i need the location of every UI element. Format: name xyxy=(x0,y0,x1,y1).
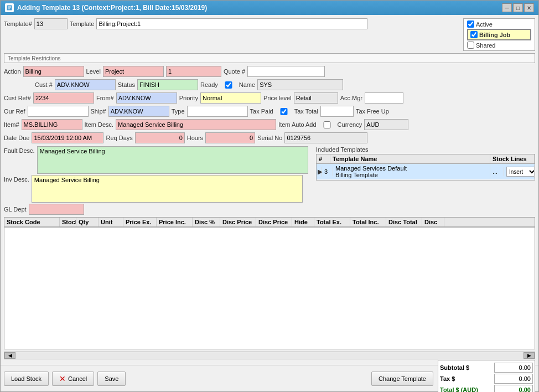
our-ref-input[interactable] xyxy=(28,106,89,117)
hours-input[interactable] xyxy=(205,132,255,143)
subtotal-row: Subtotal $ xyxy=(440,362,533,373)
tax-label: Tax $ xyxy=(440,375,490,382)
tax-free-label: Tax Free Up xyxy=(356,108,389,115)
level-num-input[interactable] xyxy=(166,66,221,77)
item-desc-input[interactable] xyxy=(116,119,276,130)
inc-insert-select[interactable]: Insert xyxy=(506,167,535,177)
stock-col-qty: Qty xyxy=(76,218,99,226)
billing-job-checkbox[interactable] xyxy=(470,31,478,38)
tax-total-input[interactable] xyxy=(320,106,354,117)
item-label: Item# xyxy=(4,121,19,128)
currency-input[interactable] xyxy=(364,119,408,130)
serial-no-input[interactable] xyxy=(284,132,367,143)
tax-total-label: Tax Total xyxy=(294,108,318,115)
load-stock-button[interactable]: Load Stock xyxy=(4,372,49,386)
req-days-input[interactable] xyxy=(135,132,185,143)
date-row: Date Due Req Days Hours Serial No xyxy=(4,132,535,144)
cust-hash-input[interactable] xyxy=(55,79,116,90)
gl-dept-label: GL Dept xyxy=(4,206,27,213)
inc-cell-num: 3 xyxy=(322,167,333,176)
acc-mgr-input[interactable] xyxy=(365,92,403,104)
cust-ref-row: Cust # Status Ready Name xyxy=(4,79,535,91)
quote-label: Quote # xyxy=(224,68,245,75)
maximize-button[interactable]: □ xyxy=(513,3,523,12)
gl-dept-input[interactable] xyxy=(29,204,84,215)
level-input[interactable] xyxy=(103,66,164,77)
cancel-button[interactable]: ✕ Cancel xyxy=(52,372,94,386)
app-icon xyxy=(5,3,14,12)
inc-col-stocklines: Stock Lines xyxy=(490,154,535,163)
window-controls: ─ □ ✕ xyxy=(502,3,534,12)
inc-col-name: Template Name xyxy=(330,154,490,163)
minimize-button[interactable]: ─ xyxy=(502,3,512,12)
serial-no-label: Serial No xyxy=(257,135,282,141)
price-level-label: Price level xyxy=(263,95,292,101)
total-value[interactable] xyxy=(494,385,533,393)
active-checkbox[interactable] xyxy=(467,20,474,28)
inv-desc-textarea[interactable]: Managed Service Billing xyxy=(32,175,303,203)
name-label: Name xyxy=(239,81,255,88)
our-ref-label: Our Ref xyxy=(4,108,25,115)
bottom-bar: Load Stock ✕ Cancel Save Change Template… xyxy=(1,365,538,391)
shared-label: Shared xyxy=(476,42,495,49)
title-bar: Adding Template 13 (Context:Project:1, B… xyxy=(1,1,538,15)
save-button[interactable]: Save xyxy=(97,372,126,386)
tax-paid-label: Tax Paid xyxy=(250,108,273,115)
tax-row: Tax $ xyxy=(440,373,533,384)
change-template-button[interactable]: Change Template xyxy=(371,372,433,386)
status-input[interactable] xyxy=(137,79,198,90)
ready-checkbox[interactable] xyxy=(220,81,237,89)
action-input[interactable] xyxy=(23,66,84,77)
quote-input[interactable] xyxy=(247,66,325,77)
scroll-right-btn[interactable]: ▶ xyxy=(524,352,535,359)
subtotal-label: Subtotal $ xyxy=(440,364,490,371)
stock-col-total-inc: Total Inc. xyxy=(350,218,386,226)
inc-cell-name: Managed Services DefaultBilling Template xyxy=(333,164,490,179)
inc-cell-dots[interactable]: ... xyxy=(490,167,504,176)
type-input[interactable] xyxy=(187,106,248,117)
ready-label: Ready xyxy=(200,81,218,88)
fault-desc-textarea[interactable]: Managed Service Billing xyxy=(37,146,308,174)
date-due-label: Date Due xyxy=(4,135,29,141)
stock-col-code: Stock Code xyxy=(4,218,60,226)
from-label: From# xyxy=(96,95,114,101)
item-auto-add-checkbox[interactable] xyxy=(319,121,335,128)
billing-job-label: Billing Job xyxy=(479,32,510,38)
cancel-label: Cancel xyxy=(68,375,87,382)
template-number-input[interactable] xyxy=(34,18,68,29)
item-input[interactable] xyxy=(22,119,82,130)
stock-table: Stock Code Stock Qty Unit Price Ex. Pric… xyxy=(4,217,535,228)
form-content: Template# Template Active Billing Job xyxy=(1,15,538,365)
name-input[interactable] xyxy=(257,79,343,90)
tax-paid-checkbox[interactable] xyxy=(276,108,292,115)
inc-row-1: ▶ 3 Managed Services DefaultBilling Temp… xyxy=(317,164,535,180)
ship-input[interactable] xyxy=(108,106,169,117)
cust-hash-label: Cust # xyxy=(35,81,53,88)
fault-section: Fault Desc. Managed Service Billing Inv … xyxy=(4,146,535,215)
tax-value[interactable] xyxy=(494,374,533,384)
price-level-input[interactable] xyxy=(294,92,338,104)
horizontal-scrollbar[interactable]: ◀ ▶ xyxy=(4,352,535,359)
shared-checkbox[interactable] xyxy=(467,42,474,49)
priority-input[interactable] xyxy=(200,92,261,104)
action-row: Action Level Quote # xyxy=(4,65,535,78)
template-name-input[interactable] xyxy=(96,18,367,29)
currency-label: Currency xyxy=(338,121,362,128)
cust-ref2-input[interactable] xyxy=(33,92,94,104)
close-button[interactable]: ✕ xyxy=(524,3,534,12)
active-label: Active xyxy=(476,21,493,28)
stock-section: Stock Code Stock Qty Unit Price Ex. Pric… xyxy=(4,217,535,349)
req-days-label: Req Days xyxy=(106,135,132,141)
date-due-input[interactable] xyxy=(32,132,103,143)
priority-label: Priority xyxy=(179,95,198,101)
main-window: Adding Template 13 (Context:Project:1, B… xyxy=(0,0,539,392)
scroll-left-btn[interactable]: ◀ xyxy=(4,352,15,359)
window-title: Adding Template 13 (Context:Project:1, B… xyxy=(17,4,207,12)
from-input[interactable] xyxy=(116,92,177,104)
stock-table-body xyxy=(4,228,535,349)
stock-col-disc-total: Disc Total xyxy=(386,218,422,226)
template-name-label: Template xyxy=(70,20,95,27)
bottom-left-buttons: Load Stock ✕ Cancel Save xyxy=(4,372,126,386)
subtotal-value[interactable] xyxy=(494,363,533,373)
stock-col-stock: Stock xyxy=(60,218,76,226)
